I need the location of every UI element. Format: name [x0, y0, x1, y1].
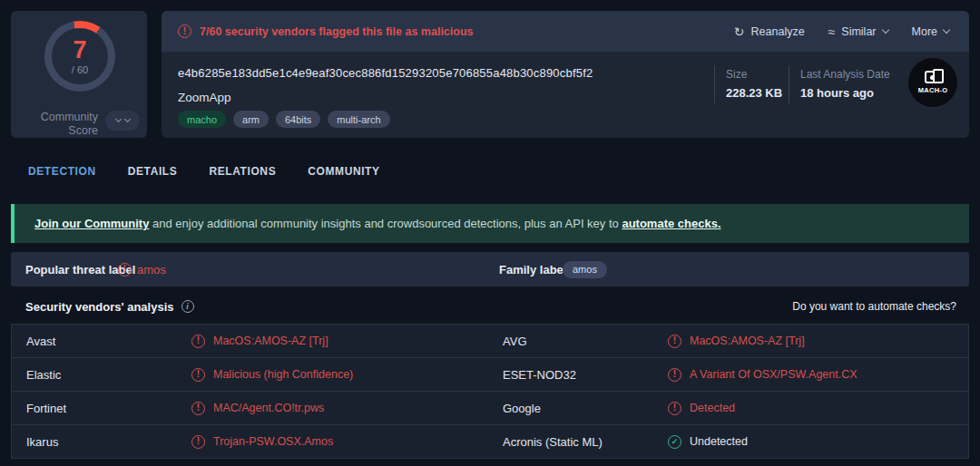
threat-label-value[interactable]: amos — [137, 263, 166, 277]
more-button[interactable]: More — [912, 25, 949, 38]
vendor-result: !Trojan-PSW.OSX.Amos — [191, 435, 333, 449]
vendor-name: Fortinet — [26, 402, 66, 415]
divider — [789, 65, 789, 103]
file-hash[interactable]: e4b6285e183dd5e1c4e9eaf30cec886fd1529320… — [178, 66, 593, 80]
file-tag-arm[interactable]: arm — [233, 111, 269, 128]
file-size-block: Size 228.23 KB — [726, 68, 782, 100]
vendor-result: !MacOS:AMOS-AZ [Trj] — [191, 335, 328, 348]
detection-score-total: / 60 — [72, 64, 88, 75]
vendor-result: !A Variant Of OSX/PSW.Agent.CX — [668, 368, 858, 382]
similar-icon: ≈ — [828, 25, 836, 38]
alert-icon: ! — [191, 335, 205, 348]
tab-details[interactable]: DETAILS — [128, 165, 178, 178]
divider — [714, 65, 715, 103]
vendor-result-text: Undetected — [690, 435, 748, 448]
tab-detection[interactable]: DETECTION — [28, 165, 96, 178]
join-community-banner: Join our Community and enjoy additional … — [11, 204, 969, 243]
vendor-result: !MacOS:AMOS-AZ [Trj] — [668, 335, 805, 348]
alert-icon: ! — [191, 402, 205, 415]
vendor-result-text: MacOS:AMOS-AZ [Trj] — [690, 335, 805, 347]
vendor-result-text: A Variant Of OSX/PSW.Agent.CX — [690, 368, 858, 381]
info-icon[interactable]: i — [181, 300, 194, 313]
last-analysis-value: 18 hours ago — [800, 86, 890, 100]
file-name: ZoomApp — [178, 91, 231, 104]
vendor-result-text: Detected — [690, 402, 735, 414]
file-tag-macho[interactable]: macho — [178, 111, 226, 128]
detection-banner: ! 7/60 security vendors flagged this fil… — [162, 11, 969, 52]
file-summary-card: ! 7/60 security vendors flagged this fil… — [162, 11, 969, 138]
vote-chevron-icon[interactable] — [114, 116, 121, 122]
tab-community[interactable]: COMMUNITY — [308, 165, 379, 178]
tab-relations[interactable]: RELATIONS — [209, 165, 276, 178]
detection-banner-text: 7/60 security vendors flagged this file … — [200, 25, 474, 38]
alert-icon: ! — [668, 402, 681, 415]
vendor-result-text: MacOS:AMOS-AZ [Trj] — [213, 335, 328, 347]
size-value: 228.23 KB — [726, 86, 782, 100]
community-score-label: Community Score — [11, 111, 98, 138]
vendor-name: Elastic — [26, 368, 61, 382]
vendor-name: Avast — [26, 335, 55, 348]
vendor-result-text: Trojan-PSW.OSX.Amos — [213, 435, 333, 448]
alert-icon: ! — [118, 263, 132, 277]
vendors-analysis-header: Security vendors' analysis i Do you want… — [11, 292, 969, 321]
file-tag-64bits[interactable]: 64bits — [276, 111, 320, 128]
macho-icon — [925, 71, 941, 83]
chevron-down-icon — [943, 26, 950, 34]
alert-icon: ! — [668, 335, 681, 348]
vendor-name: Ikarus — [26, 435, 58, 449]
table-row: Elastic!Malicious (high Confidence)ESET-… — [12, 358, 968, 392]
last-analysis-block: Last Analysis Date 18 hours ago — [800, 68, 890, 100]
similar-button[interactable]: ≈ Similar — [828, 25, 888, 38]
macho-file-type-badge: MACH-O — [908, 58, 957, 107]
alert-icon: ! — [191, 368, 205, 382]
vote-chevron-icon[interactable] — [123, 116, 130, 122]
tabs-bar: DETECTIONDETAILSRELATIONSCOMMUNITY — [0, 154, 980, 190]
table-row: Fortinet!MAC/Agent.CO!tr.pwsGoogle!Detec… — [12, 392, 968, 425]
family-label-pill[interactable]: amos — [563, 261, 607, 278]
community-score-card: 7 / 60 Community Score — [11, 11, 147, 138]
check-icon: ✓ — [668, 435, 681, 449]
detection-score-gauge: 7 / 60 — [44, 21, 115, 92]
table-row: Avast!MacOS:AMOS-AZ [Trj]AVG!MacOS:AMOS-… — [12, 325, 968, 358]
reanalyze-button[interactable]: ↻ Reanalyze — [734, 25, 805, 38]
vendor-result-text: MAC/Agent.CO!tr.pws — [213, 402, 324, 414]
alert-icon: ! — [668, 368, 681, 382]
vendor-result-text: Malicious (high Confidence) — [213, 368, 353, 381]
alert-icon: ! — [178, 24, 191, 38]
vendor-result: ✓Undetected — [668, 435, 748, 449]
automate-checks-question[interactable]: Do you want to automate checks? — [792, 300, 956, 313]
vote-widget[interactable] — [105, 111, 140, 131]
join-community-link[interactable]: Join our Community — [34, 217, 149, 230]
last-analysis-label: Last Analysis Date — [800, 68, 890, 81]
vendor-name: Acronis (Static ML) — [503, 435, 603, 449]
vendor-name: AVG — [503, 335, 527, 348]
vendors-analysis-title: Security vendors' analysis — [25, 300, 174, 314]
threat-label-card: Popular threat label ! amos Family label… — [11, 252, 969, 286]
vendors-analysis-table: Avast!MacOS:AMOS-AZ [Trj]AVG!MacOS:AMOS-… — [11, 324, 969, 459]
file-tag-multi-arch[interactable]: multi-arch — [328, 111, 389, 128]
vendor-result: !MAC/Agent.CO!tr.pws — [191, 402, 324, 415]
detection-score-value: 7 — [73, 38, 86, 63]
vendor-result: !Malicious (high Confidence) — [191, 368, 353, 382]
file-tags: machoarm64bitsmulti-arch — [178, 111, 390, 128]
alert-icon: ! — [191, 435, 205, 449]
vendor-result: !Detected — [668, 402, 735, 415]
vendor-name: Google — [503, 402, 541, 415]
vendor-name: ESET-NOD32 — [503, 368, 576, 382]
reanalyze-icon: ↻ — [734, 25, 745, 38]
size-label: Size — [726, 68, 782, 81]
table-row: Ikarus!Trojan-PSW.OSX.AmosAcronis (Stati… — [12, 425, 968, 459]
automate-checks-link[interactable]: automate checks. — [622, 217, 720, 230]
chevron-down-icon — [881, 26, 888, 34]
